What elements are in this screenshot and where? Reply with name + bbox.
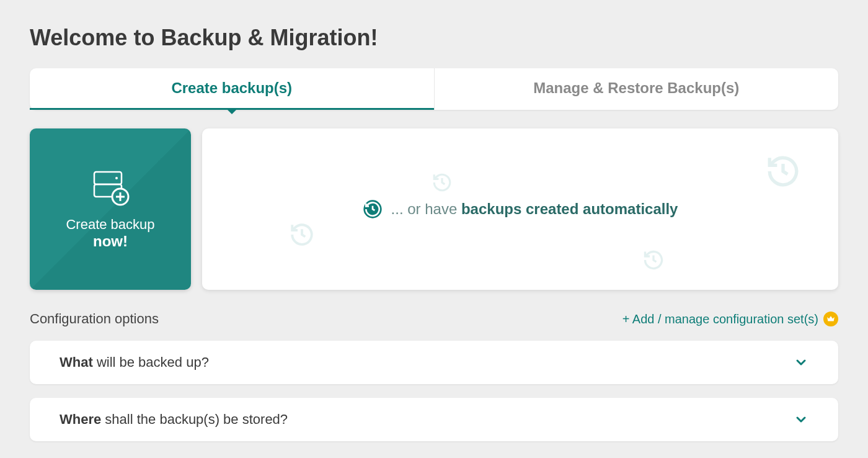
add-config-text: + Add / manage configuration set(s) [622, 312, 818, 326]
accordion-what-rest: will be backed up? [93, 354, 209, 370]
tab-manage-restore[interactable]: Manage & Restore Backup(s) [434, 68, 839, 110]
auto-bold: backups created automatically [461, 200, 678, 217]
chevron-down-icon [794, 412, 808, 427]
tab-create-backups[interactable]: Create backup(s) [30, 68, 434, 110]
chevron-down-icon [794, 355, 808, 370]
accordion-where[interactable]: Where shall the backup(s) be stored? [30, 398, 838, 441]
create-backup-line2: now! [93, 233, 128, 250]
add-manage-config-link[interactable]: + Add / manage configuration set(s) [622, 312, 838, 326]
create-backup-line1: Create backup [66, 217, 154, 233]
automatic-backups-button[interactable]: ... or have backups created automaticall… [202, 128, 838, 290]
clock-history-bg-icon [765, 153, 801, 189]
accordion-where-rest: shall the backup(s) be stored? [101, 411, 288, 427]
configuration-options-label: Configuration options [30, 311, 159, 327]
auto-card-content: ... or have backups created automaticall… [363, 199, 678, 219]
server-add-icon [88, 168, 133, 208]
accordion-what-bold: What [60, 354, 93, 370]
auto-prefix: ... or have [391, 200, 461, 217]
accordion-what[interactable]: What will be backed up? [30, 341, 838, 384]
accordion-what-title: What will be backed up? [60, 354, 209, 370]
clock-history-bg-icon [289, 222, 315, 248]
clock-history-icon [363, 199, 383, 219]
cards-row: Create backup now! ... or have backups c… [30, 128, 838, 290]
clock-history-bg-icon [432, 172, 453, 193]
clock-history-bg-icon [642, 249, 665, 271]
svg-point-2 [115, 177, 118, 179]
crown-icon [823, 312, 838, 326]
page-title: Welcome to Backup & Migration! [30, 25, 838, 51]
config-row: Configuration options + Add / manage con… [30, 311, 838, 327]
create-backup-now-button[interactable]: Create backup now! [30, 128, 191, 290]
accordion-where-bold: Where [60, 411, 101, 427]
auto-card-text: ... or have backups created automaticall… [391, 200, 678, 218]
accordion-where-title: Where shall the backup(s) be stored? [60, 411, 288, 428]
tabs: Create backup(s) Manage & Restore Backup… [30, 68, 838, 110]
